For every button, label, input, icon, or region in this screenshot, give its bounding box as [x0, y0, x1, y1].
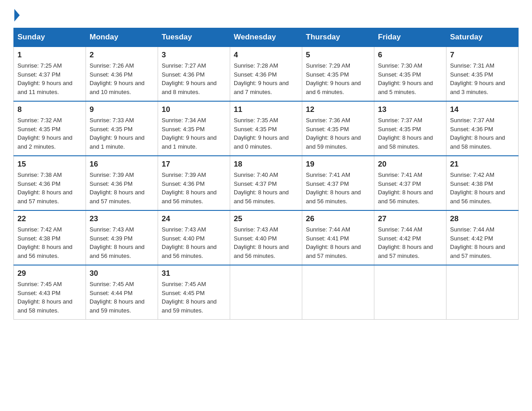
- day-info: Sunrise: 7:45 AMSunset: 4:45 PMDaylight:…: [162, 281, 217, 314]
- day-info: Sunrise: 7:38 AMSunset: 4:36 PMDaylight:…: [17, 171, 73, 205]
- day-info: Sunrise: 7:31 AMSunset: 4:35 PMDaylight:…: [450, 62, 505, 95]
- day-info: Sunrise: 7:44 AMSunset: 4:41 PMDaylight:…: [306, 226, 361, 259]
- calendar-cell: 3 Sunrise: 7:27 AMSunset: 4:36 PMDayligh…: [158, 47, 230, 101]
- calendar-header-monday: Monday: [86, 28, 158, 47]
- day-info: Sunrise: 7:41 AMSunset: 4:37 PMDaylight:…: [378, 171, 433, 205]
- calendar-cell: 7 Sunrise: 7:31 AMSunset: 4:35 PMDayligh…: [446, 47, 519, 101]
- day-info: Sunrise: 7:26 AMSunset: 4:36 PMDaylight:…: [90, 62, 145, 95]
- calendar-cell: 19 Sunrise: 7:41 AMSunset: 4:37 PMDaylig…: [302, 156, 374, 210]
- day-number: 25: [234, 214, 298, 223]
- day-number: 15: [17, 160, 82, 169]
- calendar-table: SundayMondayTuesdayWednesdayThursdayFrid…: [13, 28, 519, 320]
- page-header: [13, 9, 519, 19]
- day-number: 5: [306, 51, 370, 60]
- day-number: 29: [17, 269, 82, 278]
- calendar-header-thursday: Thursday: [302, 28, 374, 47]
- calendar-cell: 18 Sunrise: 7:40 AMSunset: 4:37 PMDaylig…: [230, 156, 302, 210]
- day-number: 23: [90, 214, 154, 223]
- calendar-cell: 30 Sunrise: 7:45 AMSunset: 4:44 PMDaylig…: [86, 265, 158, 320]
- calendar-cell: 31 Sunrise: 7:45 AMSunset: 4:45 PMDaylig…: [158, 265, 230, 320]
- day-number: 24: [162, 214, 226, 223]
- day-info: Sunrise: 7:33 AMSunset: 4:35 PMDaylight:…: [90, 117, 145, 150]
- calendar-week-row: 1 Sunrise: 7:25 AMSunset: 4:37 PMDayligh…: [14, 47, 519, 101]
- day-number: 3: [162, 51, 226, 60]
- day-info: Sunrise: 7:44 AMSunset: 4:42 PMDaylight:…: [378, 226, 433, 259]
- calendar-cell: 12 Sunrise: 7:36 AMSunset: 4:35 PMDaylig…: [302, 101, 374, 156]
- calendar-cell: 17 Sunrise: 7:39 AMSunset: 4:36 PMDaylig…: [158, 156, 230, 210]
- calendar-cell: 22 Sunrise: 7:42 AMSunset: 4:38 PMDaylig…: [14, 210, 86, 265]
- day-info: Sunrise: 7:37 AMSunset: 4:35 PMDaylight:…: [378, 117, 433, 150]
- day-info: Sunrise: 7:43 AMSunset: 4:40 PMDaylight:…: [162, 226, 217, 259]
- day-number: 2: [90, 51, 154, 60]
- day-number: 16: [90, 160, 154, 169]
- day-info: Sunrise: 7:30 AMSunset: 4:35 PMDaylight:…: [378, 62, 433, 95]
- calendar-cell: [374, 265, 446, 320]
- calendar-cell: 9 Sunrise: 7:33 AMSunset: 4:35 PMDayligh…: [86, 101, 158, 156]
- logo: [13, 9, 20, 19]
- day-number: 8: [17, 105, 82, 114]
- day-info: Sunrise: 7:39 AMSunset: 4:36 PMDaylight:…: [162, 171, 217, 205]
- calendar-cell: 29 Sunrise: 7:45 AMSunset: 4:43 PMDaylig…: [14, 265, 86, 320]
- day-number: 31: [162, 269, 226, 278]
- calendar-cell: 11 Sunrise: 7:35 AMSunset: 4:35 PMDaylig…: [230, 101, 302, 156]
- day-info: Sunrise: 7:43 AMSunset: 4:40 PMDaylight:…: [234, 226, 289, 259]
- day-info: Sunrise: 7:36 AMSunset: 4:35 PMDaylight:…: [306, 117, 361, 150]
- calendar-cell: 4 Sunrise: 7:28 AMSunset: 4:36 PMDayligh…: [230, 47, 302, 101]
- day-info: Sunrise: 7:44 AMSunset: 4:42 PMDaylight:…: [450, 226, 505, 259]
- calendar-week-row: 15 Sunrise: 7:38 AMSunset: 4:36 PMDaylig…: [14, 156, 519, 210]
- calendar-header-row: SundayMondayTuesdayWednesdayThursdayFrid…: [14, 28, 519, 47]
- day-info: Sunrise: 7:37 AMSunset: 4:36 PMDaylight:…: [450, 117, 505, 150]
- calendar-cell: 1 Sunrise: 7:25 AMSunset: 4:37 PMDayligh…: [14, 47, 86, 101]
- calendar-cell: 5 Sunrise: 7:29 AMSunset: 4:35 PMDayligh…: [302, 47, 374, 101]
- calendar-cell: 28 Sunrise: 7:44 AMSunset: 4:42 PMDaylig…: [446, 210, 519, 265]
- day-number: 6: [378, 51, 442, 60]
- day-number: 22: [17, 214, 82, 223]
- day-number: 9: [90, 105, 154, 114]
- day-number: 1: [17, 51, 82, 60]
- calendar-week-row: 29 Sunrise: 7:45 AMSunset: 4:43 PMDaylig…: [14, 265, 519, 320]
- day-number: 18: [234, 160, 298, 169]
- day-info: Sunrise: 7:27 AMSunset: 4:36 PMDaylight:…: [162, 62, 217, 95]
- day-info: Sunrise: 7:43 AMSunset: 4:39 PMDaylight:…: [90, 226, 145, 259]
- calendar-header-friday: Friday: [374, 28, 446, 47]
- calendar-cell: 10 Sunrise: 7:34 AMSunset: 4:35 PMDaylig…: [158, 101, 230, 156]
- calendar-cell: 23 Sunrise: 7:43 AMSunset: 4:39 PMDaylig…: [86, 210, 158, 265]
- day-number: 19: [306, 160, 370, 169]
- day-info: Sunrise: 7:34 AMSunset: 4:35 PMDaylight:…: [162, 117, 217, 150]
- calendar-cell: 27 Sunrise: 7:44 AMSunset: 4:42 PMDaylig…: [374, 210, 446, 265]
- day-number: 26: [306, 214, 370, 223]
- day-number: 21: [450, 160, 515, 169]
- day-info: Sunrise: 7:39 AMSunset: 4:36 PMDaylight:…: [90, 171, 145, 205]
- day-info: Sunrise: 7:45 AMSunset: 4:43 PMDaylight:…: [17, 281, 73, 314]
- day-info: Sunrise: 7:45 AMSunset: 4:44 PMDaylight:…: [90, 281, 145, 314]
- calendar-cell: 20 Sunrise: 7:41 AMSunset: 4:37 PMDaylig…: [374, 156, 446, 210]
- logo-general: [13, 9, 20, 21]
- calendar-cell: 16 Sunrise: 7:39 AMSunset: 4:36 PMDaylig…: [86, 156, 158, 210]
- day-info: Sunrise: 7:42 AMSunset: 4:38 PMDaylight:…: [450, 171, 505, 205]
- day-number: 28: [450, 214, 515, 223]
- day-info: Sunrise: 7:42 AMSunset: 4:38 PMDaylight:…: [17, 226, 73, 259]
- calendar-cell: [230, 265, 302, 320]
- day-number: 12: [306, 105, 370, 114]
- calendar-header-tuesday: Tuesday: [158, 28, 230, 47]
- calendar-cell: 26 Sunrise: 7:44 AMSunset: 4:41 PMDaylig…: [302, 210, 374, 265]
- day-number: 14: [450, 105, 515, 114]
- calendar-week-row: 8 Sunrise: 7:32 AMSunset: 4:35 PMDayligh…: [14, 101, 519, 156]
- day-info: Sunrise: 7:40 AMSunset: 4:37 PMDaylight:…: [234, 171, 289, 205]
- calendar-cell: 15 Sunrise: 7:38 AMSunset: 4:36 PMDaylig…: [14, 156, 86, 210]
- calendar-cell: 6 Sunrise: 7:30 AMSunset: 4:35 PMDayligh…: [374, 47, 446, 101]
- day-number: 27: [378, 214, 442, 223]
- day-number: 30: [90, 269, 154, 278]
- calendar-header-sunday: Sunday: [14, 28, 86, 47]
- calendar-week-row: 22 Sunrise: 7:42 AMSunset: 4:38 PMDaylig…: [14, 210, 519, 265]
- day-info: Sunrise: 7:32 AMSunset: 4:35 PMDaylight:…: [17, 117, 73, 150]
- calendar-cell: 8 Sunrise: 7:32 AMSunset: 4:35 PMDayligh…: [14, 101, 86, 156]
- day-number: 13: [378, 105, 442, 114]
- calendar-header-saturday: Saturday: [446, 28, 519, 47]
- day-number: 10: [162, 105, 226, 114]
- calendar-cell: 24 Sunrise: 7:43 AMSunset: 4:40 PMDaylig…: [158, 210, 230, 265]
- calendar-cell: 2 Sunrise: 7:26 AMSunset: 4:36 PMDayligh…: [86, 47, 158, 101]
- calendar-cell: 14 Sunrise: 7:37 AMSunset: 4:36 PMDaylig…: [446, 101, 519, 156]
- calendar-cell: [302, 265, 374, 320]
- calendar-cell: 25 Sunrise: 7:43 AMSunset: 4:40 PMDaylig…: [230, 210, 302, 265]
